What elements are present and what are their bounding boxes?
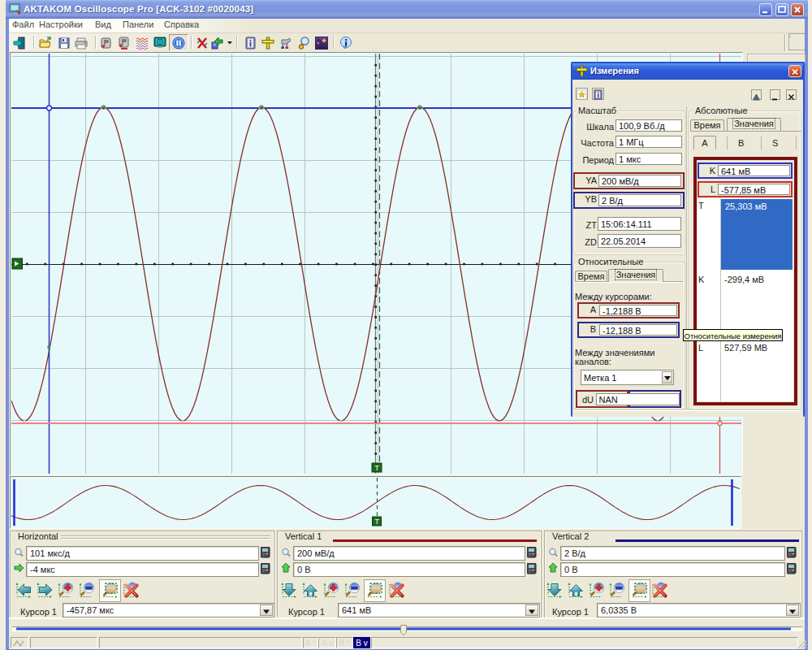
svg-text:T: T [375,464,380,472]
svg-text:T: T [375,518,380,526]
